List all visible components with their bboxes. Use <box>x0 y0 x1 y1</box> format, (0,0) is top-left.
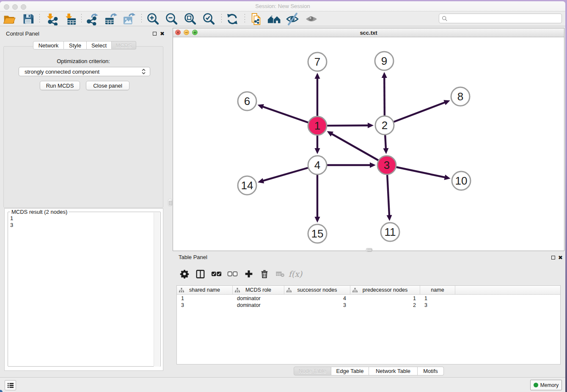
graph-node-label-2: 2 <box>382 119 388 132</box>
tab-node-table[interactable]: Node Table <box>294 367 331 375</box>
column-header-successor-nodes[interactable]: successor nodes <box>284 286 350 294</box>
memory-status-dot <box>534 383 538 387</box>
delete-table-icon <box>275 271 285 277</box>
search-input[interactable] <box>449 16 561 22</box>
edge-arrow-4-3 <box>370 163 376 168</box>
edge-arrow-4-15 <box>315 217 320 223</box>
tab-mcds[interactable]: MCDS <box>112 41 136 50</box>
graph-node-label-6: 6 <box>244 95 250 108</box>
result-scrollbar[interactable] <box>154 213 160 367</box>
fx-icon: f(x) <box>289 269 303 279</box>
export-table-button[interactable] <box>104 12 118 25</box>
tree-icon <box>286 288 292 293</box>
zoom-in-icon <box>146 12 160 26</box>
table-cell[interactable]: 1 <box>350 295 420 302</box>
unchecked-boxes-icon <box>227 271 238 277</box>
export-image-icon <box>123 13 135 25</box>
memory-button[interactable]: Memory <box>530 380 562 390</box>
refresh-icon <box>226 13 239 25</box>
table-settings-button[interactable] <box>177 265 192 283</box>
format-columns-button[interactable] <box>193 265 208 283</box>
horizontal-split-handle[interactable] <box>366 248 372 252</box>
zoom-out-button[interactable] <box>165 12 179 25</box>
status-bar: Memory <box>0 377 565 392</box>
hide-columns-button[interactable] <box>225 265 240 283</box>
network-graph-canvas[interactable]: 7968124314101511 <box>173 37 564 251</box>
edge-arrow-1-7 <box>315 73 320 79</box>
zoom-fit-button[interactable] <box>183 12 198 25</box>
close-panel-icon[interactable]: ✖ <box>160 31 165 36</box>
mcds-result-text[interactable]: 1 3 <box>10 215 13 229</box>
column-header-label: shared name <box>189 287 220 293</box>
create-column-button[interactable] <box>241 265 256 283</box>
tab-network-table[interactable]: Network Table <box>369 367 418 375</box>
table-cell[interactable]: 1 <box>420 295 455 302</box>
close-panel-button[interactable]: Close panel <box>86 81 129 90</box>
delete-table-button[interactable] <box>272 265 288 283</box>
graph-node-label-9: 9 <box>381 55 387 67</box>
export-network-icon <box>86 13 99 25</box>
table-row[interactable]: 3dominator323 <box>177 302 560 309</box>
table-cell[interactable]: dominator <box>233 295 284 302</box>
tab-edge-table[interactable]: Edge Table <box>331 367 369 375</box>
import-table-button[interactable] <box>63 12 77 25</box>
criterion-value: strongly connected component <box>25 69 99 75</box>
network-window-title: scc.txt <box>173 30 564 36</box>
task-history-button[interactable] <box>5 380 16 390</box>
search-field[interactable] <box>439 14 562 23</box>
column-header-label: predecessor nodes <box>363 287 407 293</box>
edge-arrow-3-11 <box>386 215 392 221</box>
vertical-split-handle[interactable] <box>168 199 172 206</box>
column-header-shared-name[interactable]: shared name <box>177 286 233 294</box>
tab-motifs[interactable]: Motifs <box>418 367 444 375</box>
export-image-button[interactable] <box>122 12 136 25</box>
node-table: shared nameMCDS rolesuccessor nodesprede… <box>176 285 561 364</box>
mcds-result-container: MCDS result (2 nodes) 1 3 <box>4 208 163 371</box>
hide-selected-button[interactable] <box>285 12 300 25</box>
column-header-predecessor-nodes[interactable]: predecessor nodes <box>350 286 420 294</box>
zoom-out-icon <box>165 12 179 26</box>
copy-network-button[interactable] <box>249 12 263 25</box>
refresh-button[interactable] <box>225 12 239 25</box>
table-cell[interactable]: 2 <box>350 302 420 309</box>
graph-node-label-10: 10 <box>455 174 468 187</box>
save-session-button[interactable] <box>21 12 35 25</box>
export-network-button[interactable] <box>85 12 100 25</box>
main-toolbar <box>0 11 565 26</box>
tab-select[interactable]: Select <box>87 41 112 50</box>
delete-column-button[interactable] <box>257 265 272 283</box>
run-mcds-button[interactable]: Run MCDS <box>40 81 80 90</box>
eye-slash-icon <box>286 12 299 26</box>
show-all-button[interactable] <box>304 12 319 25</box>
toolbar-separator <box>141 14 142 24</box>
table-row[interactable]: 1dominator411 <box>177 295 560 302</box>
float-panel-icon[interactable] <box>153 32 157 36</box>
table-cell[interactable]: 1 <box>177 295 233 302</box>
table-cell[interactable]: 4 <box>284 295 350 302</box>
tab-network[interactable]: Network <box>33 41 64 50</box>
dropdown-chevrons-icon <box>142 69 146 75</box>
function-builder-button[interactable]: f(x) <box>288 265 303 283</box>
plus-icon <box>245 270 253 278</box>
table-panel-title: Table Panel <box>179 254 207 260</box>
table-cell[interactable]: dominator <box>233 302 284 309</box>
control-panel: Control Panel ✖ NetworkStyleSelectMCDS O… <box>0 26 167 377</box>
show-columns-button[interactable] <box>209 265 224 283</box>
edge-arrow-4-14 <box>258 178 264 183</box>
edge-arrow-1-2 <box>368 123 374 128</box>
table-cell[interactable]: 3 <box>284 302 350 309</box>
import-network-button[interactable] <box>44 12 59 25</box>
float-table-panel-icon[interactable] <box>551 256 555 259</box>
zoom-in-button[interactable] <box>146 12 160 25</box>
close-table-panel-icon[interactable]: ✖ <box>558 255 563 260</box>
table-cell[interactable]: 3 <box>177 302 233 309</box>
criterion-dropdown[interactable]: strongly connected component <box>19 67 150 76</box>
column-header-name[interactable]: name <box>420 286 455 294</box>
zoom-selected-button[interactable] <box>202 12 216 25</box>
column-header-MCDS-role[interactable]: MCDS role <box>233 286 284 294</box>
tab-style[interactable]: Style <box>64 41 87 50</box>
toolbar-separator <box>245 14 245 24</box>
open-session-button[interactable] <box>2 12 17 25</box>
first-neighbors-button[interactable] <box>267 12 281 25</box>
table-cell[interactable]: 3 <box>420 302 455 309</box>
